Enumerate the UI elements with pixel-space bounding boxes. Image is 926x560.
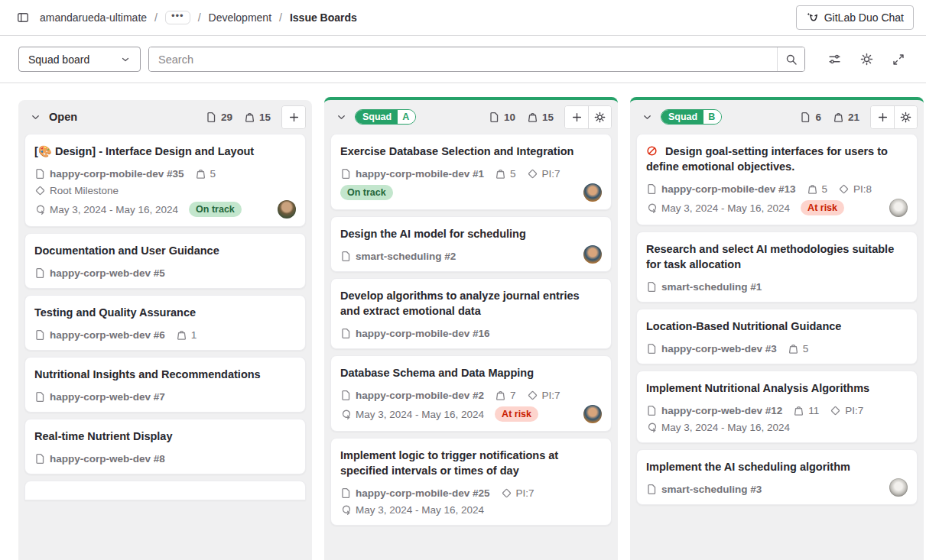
issue-card[interactable]: Develop algorithms to analyze journal en… [330, 278, 612, 349]
iteration-dates: May 3, 2024 - May 16, 2024 [661, 202, 790, 214]
issue-card[interactable]: Design the AI model for scheduling smart… [330, 216, 612, 272]
search-input[interactable] [149, 47, 777, 71]
issues-icon [340, 168, 352, 180]
issue-card[interactable]: Implement the AI scheduling algorithm sm… [636, 449, 918, 505]
filter-settings-button[interactable] [822, 47, 846, 72]
issue-card-stub[interactable] [24, 481, 306, 500]
iteration-icon [340, 409, 352, 420]
card-list: Exercise Database Selection and Integrat… [324, 134, 618, 560]
column-collapse-button[interactable] [639, 109, 655, 125]
weight-value: 5 [510, 168, 516, 180]
issue-card[interactable]: Database Schema and Data Mapping happy-c… [330, 355, 612, 432]
milestone-item: Root Milestone [34, 185, 119, 196]
issue-card[interactable]: Research and select AI methodologies sui… [636, 231, 918, 303]
issues-icon [646, 281, 658, 293]
issue-card[interactable]: Real-time Nutrient Display happy-corp-we… [24, 419, 306, 474]
issue-reference-item: happy-corp-mobile-dev #16 [340, 328, 490, 339]
breadcrumb-separator: / [154, 11, 158, 24]
card-meta: happy-corp-web-dev #8 [34, 453, 296, 465]
fullscreen-button[interactable] [886, 47, 911, 72]
iteration-item: May 3, 2024 - May 16, 2024 [646, 202, 790, 214]
sliders-icon [828, 53, 841, 66]
gitlab-duo-chat-button[interactable]: GitLab Duo Chat [796, 5, 914, 30]
card-title-text[interactable]: Design goal-setting interfaces for users… [646, 145, 888, 173]
weight-value: 5 [210, 168, 216, 180]
card-title: Implement Nutritional Analysis Algorithm… [646, 380, 908, 396]
issue-reference-item: smart-scheduling #3 [646, 484, 762, 495]
issues-icon [340, 390, 352, 401]
card-title-text[interactable]: Develop algorithms to analyze journal en… [340, 290, 580, 317]
issue-card[interactable]: Documentation and User Guidance happy-co… [24, 233, 306, 289]
issue-card[interactable]: Exercise Database Selection and Integrat… [330, 134, 612, 210]
add-issue-button[interactable] [871, 106, 894, 128]
search-button[interactable] [777, 47, 804, 71]
avatar[interactable] [583, 183, 602, 202]
sidebar-toggle-button[interactable] [12, 7, 34, 28]
card-meta: smart-scheduling #2 [340, 251, 602, 262]
card-title-text[interactable]: Research and select AI methodologies sui… [646, 243, 894, 270]
issue-card[interactable]: [🎨 Design] - Interface Design and Layout… [24, 134, 306, 227]
issue-card[interactable]: Testing and Quality Assurance happy-corp… [24, 295, 306, 351]
milestone-item: PI:7 [527, 390, 560, 401]
card-title-text[interactable]: Implement logic to trigger notifications… [340, 449, 558, 477]
column-issue-count: 29 [221, 112, 232, 123]
plus-icon [877, 112, 889, 123]
issues-icon [646, 343, 658, 354]
card-title-text[interactable]: [🎨 Design] - Interface Design and Layout [34, 145, 254, 157]
avatar[interactable] [889, 478, 908, 497]
board-switcher-select[interactable]: Squad board [18, 47, 141, 72]
column-settings-button[interactable] [894, 106, 917, 128]
avatar[interactable] [583, 245, 602, 264]
breadcrumb-project[interactable]: amandarueda-ultimate [40, 11, 147, 24]
card-title: Design the AI model for scheduling [340, 226, 602, 241]
add-issue-button[interactable] [282, 106, 305, 128]
breadcrumb-ellipsis-button[interactable]: ••• [165, 11, 190, 24]
issues-icon [646, 405, 658, 416]
chevron-down-icon [30, 112, 41, 123]
card-title-text[interactable]: Nutritional Insights and Recommendations [34, 368, 261, 380]
card-title-text[interactable]: Design the AI model for scheduling [340, 228, 526, 240]
column-collapse-button[interactable] [333, 109, 349, 125]
iteration-item: May 3, 2024 - May 16, 2024 [646, 422, 790, 433]
board-column: Squad B 6 21 [630, 97, 924, 560]
card-title: [🎨 Design] - Interface Design and Layout [34, 144, 296, 159]
issue-card[interactable]: Nutritional Insights and Recommendations… [24, 357, 306, 413]
add-issue-button[interactable] [565, 106, 588, 128]
issue-card[interactable]: Implement logic to trigger notifications… [330, 438, 612, 526]
issue-card[interactable]: Location-Based Nutritional Guidance happ… [636, 309, 918, 364]
column-collapse-button[interactable] [28, 109, 43, 125]
column-settings-button[interactable] [588, 106, 611, 128]
column-counts: 6 21 [800, 112, 859, 123]
board-config-button[interactable] [854, 47, 879, 72]
top-bar: amandarueda-ultimate / ••• / Development… [0, 0, 926, 36]
card-title-text[interactable]: Implement the AI scheduling algorithm [646, 461, 850, 473]
weight-item: 5 [807, 183, 828, 195]
iteration-item: May 3, 2024 - May 16, 2024 [34, 204, 178, 215]
avatar[interactable] [889, 199, 908, 217]
column-label-pill: Squad B [661, 109, 722, 125]
card-title-text[interactable]: Database Schema and Data Mapping [340, 367, 534, 379]
avatar[interactable] [278, 200, 296, 218]
issue-card[interactable]: Implement Nutritional Analysis Algorithm… [636, 371, 918, 443]
milestone-item: PI:7 [527, 168, 560, 180]
column-title: Open [49, 111, 77, 123]
column-counts: 29 15 [206, 112, 271, 123]
card-title-text[interactable]: Documentation and User Guidance [34, 244, 219, 257]
card-title: Nutritional Insights and Recommendations [34, 367, 296, 382]
issue-card[interactable]: Design goal-setting interfaces for users… [636, 134, 918, 225]
card-title-text[interactable]: Implement Nutritional Analysis Algorithm… [646, 382, 869, 394]
avatar[interactable] [583, 405, 602, 423]
card-title-text[interactable]: Location-Based Nutritional Guidance [646, 320, 841, 332]
issue-reference-item: happy-corp-web-dev #5 [34, 267, 165, 279]
card-title-text[interactable]: Real-time Nutrient Display [34, 430, 173, 442]
breadcrumb-separator: / [198, 11, 201, 24]
breadcrumb: amandarueda-ultimate / ••• / Development… [40, 11, 357, 24]
milestone-icon [527, 390, 538, 401]
breadcrumb-group[interactable]: Development [209, 11, 272, 24]
card-title-text[interactable]: Testing and Quality Assurance [34, 306, 196, 319]
board-switcher-value: Squad board [28, 53, 89, 66]
issue-reference: smart-scheduling #3 [661, 484, 762, 495]
card-title-text[interactable]: Exercise Database Selection and Integrat… [340, 145, 573, 157]
card-title: Documentation and User Guidance [34, 243, 296, 258]
expand-icon [892, 53, 905, 66]
